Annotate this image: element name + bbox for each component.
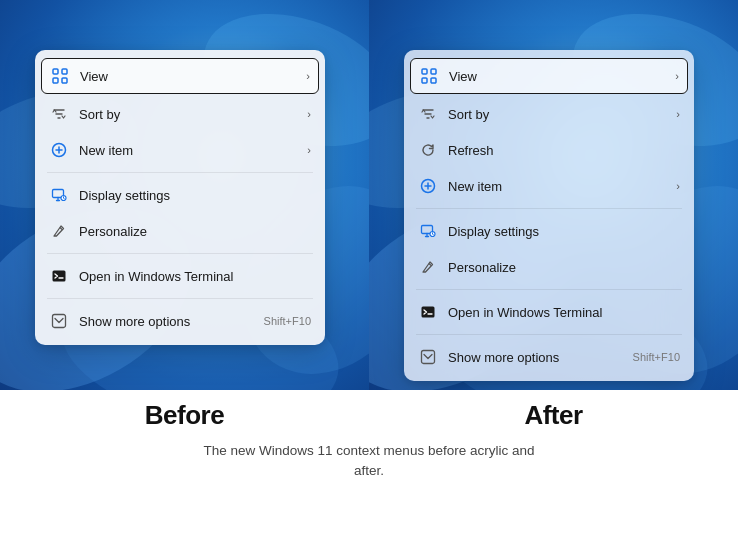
menu-item-refresh-after[interactable]: Refresh (404, 132, 694, 168)
terminal-label-before: Open in Windows Terminal (79, 269, 233, 284)
menu-item-newitem-after[interactable]: New item › (404, 168, 694, 204)
sortby-label-after: Sort by (448, 107, 489, 122)
after-label: After (369, 400, 738, 431)
svg-rect-20 (431, 69, 436, 74)
sortby-label-before: Sort by (79, 107, 120, 122)
menu-item-personalize-before[interactable]: Personalize (35, 213, 325, 249)
newitem-label-before: New item (79, 143, 133, 158)
menu-item-sortby-after[interactable]: Sort by › (404, 96, 694, 132)
menu-item-showmore-after[interactable]: Show more options Shift+F10 (404, 339, 694, 375)
sort-icon-before (49, 104, 69, 124)
refresh-label-after: Refresh (448, 143, 494, 158)
display-icon-before (49, 185, 69, 205)
svg-rect-6 (62, 69, 67, 74)
svg-rect-8 (62, 78, 67, 83)
view-chevron-after: › (675, 70, 679, 82)
newitem-label-after: New item (448, 179, 502, 194)
before-label: Before (0, 400, 369, 431)
terminal-label-after: Open in Windows Terminal (448, 305, 602, 320)
caption-line1: The new Windows 11 context menus before … (204, 443, 535, 458)
svg-rect-21 (422, 78, 427, 83)
menu-item-personalize-after[interactable]: Personalize (404, 249, 694, 285)
menu-item-sortby-before[interactable]: Sort by › (35, 96, 325, 132)
newitem-chevron-after: › (676, 180, 680, 192)
shortcut-after: Shift+F10 (633, 351, 680, 363)
display-label-after: Display settings (448, 224, 539, 239)
divider1-before (47, 172, 313, 173)
showmore-label-after: Show more options (448, 350, 559, 365)
display-label-before: Display settings (79, 188, 170, 203)
view-icon-after (419, 66, 439, 86)
svg-rect-26 (422, 307, 435, 318)
view-chevron-before: › (306, 70, 310, 82)
menu-item-display-before[interactable]: Display settings (35, 177, 325, 213)
view-label-before: View (80, 69, 108, 84)
svg-rect-5 (53, 69, 58, 74)
showmore-icon-before (49, 311, 69, 331)
refresh-icon-after (418, 140, 438, 160)
caption: The new Windows 11 context menus before … (204, 441, 535, 482)
svg-rect-13 (53, 315, 66, 328)
divider3-after (416, 334, 682, 335)
divider2-before (47, 253, 313, 254)
caption-line2: after. (354, 463, 384, 478)
terminal-icon-after (418, 302, 438, 322)
shortcut-before: Shift+F10 (264, 315, 311, 327)
sortby-chevron-before: › (307, 108, 311, 120)
showmore-label-before: Show more options (79, 314, 190, 329)
showmore-icon-after (418, 347, 438, 367)
context-menu-before: View › Sort by › (35, 50, 325, 345)
menu-item-display-after[interactable]: Display settings (404, 213, 694, 249)
personalize-label-before: Personalize (79, 224, 147, 239)
context-menu-after: View › Sort by › Re (404, 50, 694, 381)
sortby-chevron-after: › (676, 108, 680, 120)
menu-item-view-after[interactable]: View › (410, 58, 688, 94)
divider2-after (416, 289, 682, 290)
personalize-label-after: Personalize (448, 260, 516, 275)
svg-rect-22 (431, 78, 436, 83)
menu-item-terminal-before[interactable]: Open in Windows Terminal (35, 258, 325, 294)
view-label-after: View (449, 69, 477, 84)
labels-row: Before After (0, 390, 738, 437)
newitem-icon-before (49, 140, 69, 160)
terminal-icon-before (49, 266, 69, 286)
svg-rect-7 (53, 78, 58, 83)
display-icon-after (418, 221, 438, 241)
newitem-chevron-before: › (307, 144, 311, 156)
svg-rect-27 (422, 351, 435, 364)
menu-item-showmore-before[interactable]: Show more options Shift+F10 (35, 303, 325, 339)
view-icon-before (50, 66, 70, 86)
menu-item-view-before[interactable]: View › (41, 58, 319, 94)
svg-rect-19 (422, 69, 427, 74)
sort-icon-after (418, 104, 438, 124)
divider1-after (416, 208, 682, 209)
before-panel: View › Sort by › (0, 0, 369, 390)
personalize-icon-before (49, 221, 69, 241)
personalize-icon-after (418, 257, 438, 277)
screenshots-row: View › Sort by › (0, 0, 738, 390)
svg-rect-12 (53, 271, 66, 282)
after-panel: View › Sort by › Re (369, 0, 738, 390)
divider3-before (47, 298, 313, 299)
newitem-icon-after (418, 176, 438, 196)
menu-item-terminal-after[interactable]: Open in Windows Terminal (404, 294, 694, 330)
menu-item-newitem-before[interactable]: New item › (35, 132, 325, 168)
